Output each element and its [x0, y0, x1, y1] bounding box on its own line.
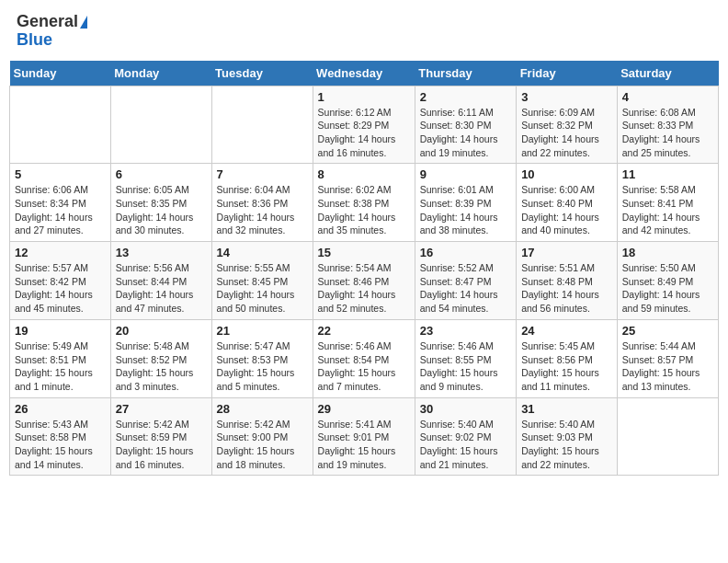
calendar-cell: 14Sunrise: 5:55 AM Sunset: 8:45 PM Dayli… — [211, 242, 313, 320]
day-number: 16 — [420, 246, 511, 259]
calendar-cell: 19Sunrise: 5:49 AM Sunset: 8:51 PM Dayli… — [10, 319, 111, 397]
day-info: Sunrise: 5:56 AM Sunset: 8:44 PM Dayligh… — [116, 261, 207, 316]
day-number: 28 — [217, 402, 308, 416]
calendar-cell: 30Sunrise: 5:40 AM Sunset: 9:02 PM Dayli… — [415, 397, 516, 476]
day-number: 13 — [116, 246, 207, 259]
day-info: Sunrise: 6:02 AM Sunset: 8:38 PM Dayligh… — [318, 183, 410, 237]
calendar-cell: 26Sunrise: 5:43 AM Sunset: 8:58 PM Dayli… — [10, 397, 111, 476]
day-info: Sunrise: 6:06 AM Sunset: 8:34 PM Dayligh… — [15, 183, 106, 237]
day-number: 26 — [15, 402, 106, 416]
calendar-cell: 20Sunrise: 5:48 AM Sunset: 8:52 PM Dayli… — [110, 319, 211, 397]
calendar-cell: 9Sunrise: 6:01 AM Sunset: 8:39 PM Daylig… — [415, 164, 516, 242]
day-info: Sunrise: 5:48 AM Sunset: 8:52 PM Dayligh… — [116, 339, 207, 394]
day-number: 6 — [116, 167, 207, 181]
day-number: 8 — [318, 167, 410, 181]
day-info: Sunrise: 6:11 AM Sunset: 8:30 PM Dayligh… — [420, 106, 511, 160]
day-number: 18 — [622, 246, 713, 259]
day-number: 11 — [622, 167, 713, 181]
day-number: 10 — [521, 167, 612, 181]
day-number: 19 — [15, 324, 106, 338]
day-info: Sunrise: 5:50 AM Sunset: 8:49 PM Dayligh… — [622, 261, 713, 316]
calendar-cell: 29Sunrise: 5:41 AM Sunset: 9:01 PM Dayli… — [313, 397, 415, 476]
day-number: 24 — [521, 324, 612, 338]
calendar-week-3: 12Sunrise: 5:57 AM Sunset: 8:42 PM Dayli… — [10, 242, 719, 320]
day-header-sunday: Sunday — [10, 61, 111, 86]
calendar-cell: 28Sunrise: 5:42 AM Sunset: 9:00 PM Dayli… — [211, 397, 313, 476]
day-number: 30 — [420, 402, 511, 416]
calendar-cell: 24Sunrise: 5:45 AM Sunset: 8:56 PM Dayli… — [517, 319, 618, 397]
day-info: Sunrise: 6:08 AM Sunset: 8:33 PM Dayligh… — [622, 106, 713, 160]
day-header-wednesday: Wednesday — [313, 61, 415, 86]
day-info: Sunrise: 5:46 AM Sunset: 8:54 PM Dayligh… — [318, 339, 410, 394]
calendar-cell: 7Sunrise: 6:04 AM Sunset: 8:36 PM Daylig… — [211, 164, 313, 242]
calendar-cell: 10Sunrise: 6:00 AM Sunset: 8:40 PM Dayli… — [517, 164, 618, 242]
logo-blue: Blue — [17, 31, 87, 50]
calendar-cell: 17Sunrise: 5:51 AM Sunset: 8:48 PM Dayli… — [517, 242, 618, 320]
calendar-cell — [10, 86, 111, 164]
day-info: Sunrise: 6:00 AM Sunset: 8:40 PM Dayligh… — [521, 183, 612, 237]
calendar-cell: 4Sunrise: 6:08 AM Sunset: 8:33 PM Daylig… — [617, 86, 718, 164]
day-info: Sunrise: 5:42 AM Sunset: 8:59 PM Dayligh… — [116, 418, 207, 472]
calendar-table: SundayMondayTuesdayWednesdayThursdayFrid… — [9, 61, 719, 477]
day-number: 3 — [521, 90, 612, 104]
logo-general: General — [17, 13, 78, 31]
calendar-cell: 23Sunrise: 5:46 AM Sunset: 8:55 PM Dayli… — [415, 319, 516, 397]
day-number: 9 — [420, 167, 511, 181]
calendar-cell: 16Sunrise: 5:52 AM Sunset: 8:47 PM Dayli… — [415, 242, 516, 320]
day-info: Sunrise: 5:58 AM Sunset: 8:41 PM Dayligh… — [622, 183, 713, 237]
calendar-cell: 13Sunrise: 5:56 AM Sunset: 8:44 PM Dayli… — [110, 242, 211, 320]
calendar-cell: 25Sunrise: 5:44 AM Sunset: 8:57 PM Dayli… — [617, 319, 718, 397]
calendar-cell: 12Sunrise: 5:57 AM Sunset: 8:42 PM Dayli… — [10, 242, 111, 320]
day-number: 4 — [622, 90, 713, 104]
day-number: 1 — [318, 90, 410, 104]
day-info: Sunrise: 5:55 AM Sunset: 8:45 PM Dayligh… — [217, 261, 308, 316]
day-number: 23 — [420, 324, 511, 338]
calendar-cell: 21Sunrise: 5:47 AM Sunset: 8:53 PM Dayli… — [211, 319, 313, 397]
day-info: Sunrise: 5:49 AM Sunset: 8:51 PM Dayligh… — [15, 339, 106, 394]
day-number: 2 — [420, 90, 511, 104]
day-info: Sunrise: 5:52 AM Sunset: 8:47 PM Dayligh… — [420, 261, 511, 316]
day-number: 31 — [521, 402, 612, 416]
day-info: Sunrise: 5:44 AM Sunset: 8:57 PM Dayligh… — [622, 339, 713, 394]
day-number: 21 — [217, 324, 308, 338]
day-number: 20 — [116, 324, 207, 338]
calendar-cell: 22Sunrise: 5:46 AM Sunset: 8:54 PM Dayli… — [313, 319, 415, 397]
days-header-row: SundayMondayTuesdayWednesdayThursdayFrid… — [10, 61, 719, 86]
calendar-week-5: 26Sunrise: 5:43 AM Sunset: 8:58 PM Dayli… — [10, 397, 719, 476]
day-info: Sunrise: 6:01 AM Sunset: 8:39 PM Dayligh… — [420, 183, 511, 237]
day-info: Sunrise: 6:09 AM Sunset: 8:32 PM Dayligh… — [521, 106, 612, 160]
day-number: 12 — [15, 246, 106, 259]
page-header: General Blue — [9, 9, 719, 53]
day-header-monday: Monday — [110, 61, 211, 86]
day-number: 15 — [318, 246, 410, 259]
day-info: Sunrise: 5:45 AM Sunset: 8:56 PM Dayligh… — [521, 339, 612, 394]
day-info: Sunrise: 5:40 AM Sunset: 9:03 PM Dayligh… — [521, 418, 612, 472]
calendar-week-2: 5Sunrise: 6:06 AM Sunset: 8:34 PM Daylig… — [10, 164, 719, 242]
calendar-cell: 6Sunrise: 6:05 AM Sunset: 8:35 PM Daylig… — [110, 164, 211, 242]
logo-triangle-icon — [80, 16, 87, 29]
calendar-cell: 8Sunrise: 6:02 AM Sunset: 8:38 PM Daylig… — [313, 164, 415, 242]
calendar-cell: 27Sunrise: 5:42 AM Sunset: 8:59 PM Dayli… — [110, 397, 211, 476]
day-number: 29 — [318, 402, 410, 416]
logo: General Blue — [17, 13, 87, 50]
calendar-cell: 3Sunrise: 6:09 AM Sunset: 8:32 PM Daylig… — [517, 86, 618, 164]
calendar-week-1: 1Sunrise: 6:12 AM Sunset: 8:29 PM Daylig… — [10, 86, 719, 164]
calendar-cell: 15Sunrise: 5:54 AM Sunset: 8:46 PM Dayli… — [313, 242, 415, 320]
day-info: Sunrise: 6:12 AM Sunset: 8:29 PM Dayligh… — [318, 106, 410, 160]
calendar-cell — [211, 86, 313, 164]
day-info: Sunrise: 5:47 AM Sunset: 8:53 PM Dayligh… — [217, 339, 308, 394]
day-header-thursday: Thursday — [415, 61, 516, 86]
day-number: 25 — [622, 324, 713, 338]
day-info: Sunrise: 5:54 AM Sunset: 8:46 PM Dayligh… — [318, 261, 410, 316]
day-number: 7 — [217, 167, 308, 181]
day-number: 17 — [521, 246, 612, 259]
calendar-cell — [110, 86, 211, 164]
calendar-cell — [617, 397, 718, 476]
day-info: Sunrise: 5:40 AM Sunset: 9:02 PM Dayligh… — [420, 418, 511, 472]
day-number: 14 — [217, 246, 308, 259]
day-header-friday: Friday — [517, 61, 618, 86]
calendar-cell: 2Sunrise: 6:11 AM Sunset: 8:30 PM Daylig… — [415, 86, 516, 164]
calendar-cell: 18Sunrise: 5:50 AM Sunset: 8:49 PM Dayli… — [617, 242, 718, 320]
day-number: 5 — [15, 167, 106, 181]
calendar-cell: 11Sunrise: 5:58 AM Sunset: 8:41 PM Dayli… — [617, 164, 718, 242]
